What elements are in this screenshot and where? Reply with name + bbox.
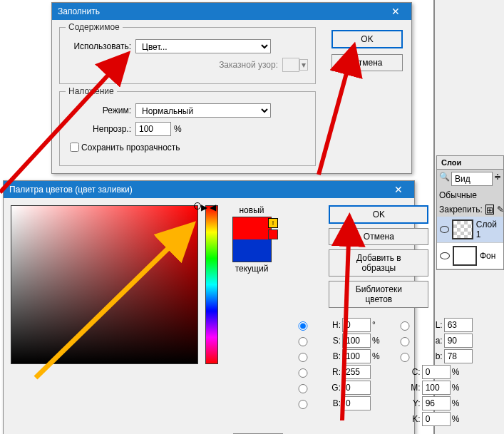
color-picker-dialog: Палитра цветов (цвет заливки) ✕ ▶ ◀ новы… [3,180,415,434]
b-label: B: [321,398,341,408]
lab-b-radio[interactable] [391,353,419,362]
pattern-swatch [282,58,299,72]
saturation-value-box[interactable] [11,205,198,364]
bv-radio[interactable] [289,353,317,362]
gamut-swatch[interactable] [268,229,278,239]
lab-b-label: b: [423,351,443,361]
close-icon[interactable]: ✕ [389,184,408,195]
l-radio[interactable] [391,321,419,331]
y-input[interactable] [422,396,451,410]
pct-label: % [452,398,460,408]
use-label: Использовать: [67,41,131,51]
new-label: новый [239,205,264,215]
titlebar: Палитра цветов (цвет заливки) ✕ [4,181,414,198]
hue-slider[interactable] [205,205,218,364]
g-label: G: [321,383,341,393]
bval-label: B: [321,351,341,361]
use-select[interactable]: Цвет... [135,39,271,53]
add-swatch-button[interactable]: Добавить в образцы [329,249,428,277]
s-radio[interactable] [289,337,317,346]
dialog-title: Заполнить [58,6,100,16]
pct-label: % [372,336,380,346]
pattern-label: Заказной узор: [219,60,278,70]
pct-label: % [372,351,380,361]
l-input[interactable] [444,318,473,332]
pct-label: % [452,414,460,424]
pct-label: % [452,367,460,377]
a-radio[interactable] [391,337,419,346]
mode-select[interactable]: Нормальный [135,103,271,118]
close-icon[interactable]: ✕ [386,6,406,17]
opacity-input[interactable] [135,122,171,136]
s-label: S: [321,336,341,346]
layers-tab[interactable]: Слои [437,156,503,170]
ok-button[interactable]: OK [331,30,403,48]
layer-name: Слой 1 [476,219,500,239]
lab-b-input[interactable] [444,349,473,363]
brush-icon[interactable]: ✎ [497,205,504,215]
r-radio[interactable] [289,368,317,378]
ok-button[interactable]: OK [329,205,428,224]
l-label: L: [423,320,443,330]
blend-legend: Наложение [66,86,117,96]
sv-marker [194,202,201,210]
m-input[interactable] [422,381,451,395]
opacity-label: Непрозр.: [67,124,131,134]
cancel-button[interactable]: Отмена [331,54,403,71]
h-input[interactable] [342,318,371,332]
c-input[interactable] [422,365,451,379]
a-label: a: [423,336,443,346]
dropdown-icon[interactable]: ≑ [494,172,501,186]
layer-name: Фон [480,251,495,261]
y-label: Y: [401,398,421,408]
a-input[interactable] [444,334,473,348]
gamut-warning-icon[interactable]: ! [268,218,278,228]
h-radio[interactable] [289,321,317,331]
percent-label: % [174,124,182,134]
bval-input[interactable] [342,349,371,363]
blend-mode-select[interactable]: Обычные [437,188,503,202]
r-input[interactable] [342,365,371,379]
r-label: R: [321,367,341,377]
preserve-checkbox[interactable] [70,143,79,152]
degree-label: ° [372,320,376,330]
titlebar: Заполнить ✕ [52,3,411,20]
search-icon: 🔍 [439,172,450,186]
new-color-swatch [233,217,271,239]
k-label: K: [401,414,421,424]
b-radio[interactable] [289,400,317,409]
h-label: H: [321,320,341,330]
hue-marker: ▶ ◀ [201,202,222,212]
content-legend: Содержимое [66,22,123,32]
g-input[interactable] [342,381,371,395]
g-radio[interactable] [289,384,317,393]
layers-search[interactable] [451,172,493,186]
cancel-button[interactable]: Отмена [329,228,428,245]
current-label: текущий [235,264,269,274]
color-libraries-button[interactable]: Библиотеки цветов [329,281,428,308]
b-input[interactable] [342,396,371,410]
mode-label: Режим: [67,105,131,115]
dialog-title: Палитра цветов (цвет заливки) [9,185,133,195]
lock-pixels-icon[interactable]: ⊞ [485,205,494,215]
k-input[interactable] [422,412,451,426]
color-comparison [232,217,272,262]
s-input[interactable] [342,334,371,348]
current-color-swatch [233,239,271,262]
fill-dialog: Заполнить ✕ Содержимое Использовать: Цве… [51,2,412,174]
preserve-label: Сохранить прозрачность [81,143,180,153]
pattern-dropdown-icon: ▾ [299,59,308,71]
c-label: C: [401,367,421,377]
pct-label: % [452,383,460,393]
m-label: M: [401,383,421,393]
